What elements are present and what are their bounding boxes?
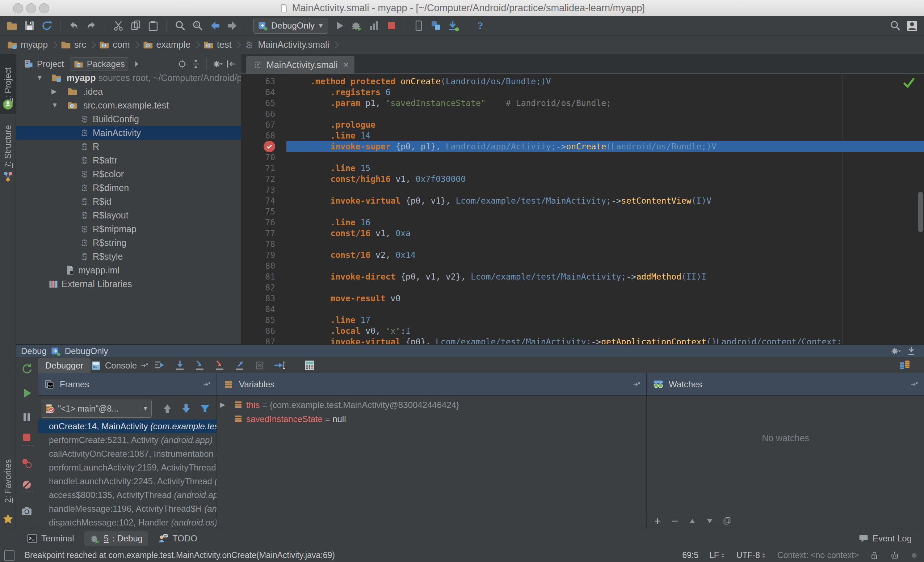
pause-icon[interactable] xyxy=(21,411,33,423)
android-green-icon[interactable] xyxy=(2,99,14,111)
run-configuration-select[interactable]: DebugOnly▼ xyxy=(254,18,328,34)
breadcrumb-item-src[interactable]: src xyxy=(60,39,86,50)
tree-item-r[interactable]: SR xyxy=(16,140,241,153)
close-icon[interactable]: × xyxy=(344,60,349,70)
breadcrumb-item-test[interactable]: test xyxy=(203,39,231,50)
step-out-icon[interactable] xyxy=(234,359,246,371)
code-line-74[interactable]: invoke-virtual {p0, v1}, Lcom/example/te… xyxy=(286,195,924,206)
tree-item-r-layout[interactable]: SR$layout xyxy=(16,208,241,222)
breadcrumb-item-example[interactable]: example xyxy=(142,39,191,50)
frame-row[interactable]: handleMessage:1196, ActivityThread$H (an… xyxy=(38,502,216,516)
code-line-80[interactable] xyxy=(286,260,924,271)
mute-breakpoints-icon[interactable] xyxy=(21,478,33,491)
tree-item-r-attr[interactable]: SR$attr xyxy=(16,153,241,167)
frame-row[interactable]: handleLaunchActivity:2245, ActivityThrea… xyxy=(38,474,216,488)
code-line-78[interactable] xyxy=(286,239,924,250)
code-line-68[interactable]: .line 14 xyxy=(286,130,924,141)
force-step-into-icon[interactable] xyxy=(214,359,226,371)
gutter-line-number[interactable]: 66 xyxy=(241,109,275,120)
code-line-67[interactable]: .prologue xyxy=(286,120,924,130)
editor-content[interactable]: 6364656667686970717273747576777879808182… xyxy=(241,74,924,344)
gutter-line-number[interactable]: 72 xyxy=(241,173,275,184)
stop-icon[interactable] xyxy=(21,431,33,443)
open-folder-icon[interactable] xyxy=(6,19,18,32)
copy-icon[interactable] xyxy=(130,19,142,32)
gutter-line-number[interactable]: 74 xyxy=(241,195,275,206)
expander-icon[interactable]: ▶ xyxy=(51,85,57,99)
run-to-cursor-icon[interactable] xyxy=(273,359,286,371)
line-separator-selector[interactable]: LF xyxy=(709,550,726,560)
code-line-82[interactable] xyxy=(286,282,924,293)
stripe-button-favorites[interactable]: 2: Favorites xyxy=(0,452,16,510)
code-line-70[interactable] xyxy=(286,152,924,163)
code-line-84[interactable] xyxy=(286,304,924,315)
frame-row[interactable]: onCreate:14, MainActivity (com.example.t… xyxy=(38,420,216,433)
gutter-line-number[interactable]: 85 xyxy=(241,315,275,326)
threads-view-icon[interactable] xyxy=(898,359,911,371)
help-icon[interactable]: ? xyxy=(474,19,487,32)
window-zoom-button[interactable] xyxy=(39,3,49,13)
frame-row[interactable]: access$800:135, ActivityThread (android.… xyxy=(38,488,216,502)
gutter-line-number[interactable]: 76 xyxy=(241,217,275,228)
gutter-line-number[interactable]: 63 xyxy=(241,76,275,87)
find-icon[interactable] xyxy=(174,19,186,32)
breadcrumb-item-myapp[interactable]: myapp xyxy=(6,39,48,50)
device-icon[interactable] xyxy=(412,19,425,32)
user-icon[interactable] xyxy=(906,19,918,32)
step-into-icon[interactable] xyxy=(194,359,206,371)
breakpoint-icon[interactable] xyxy=(264,140,275,152)
event-log-button[interactable]: Event Log xyxy=(853,531,917,546)
frame-row[interactable]: performCreate:5231, Activity (android.ap… xyxy=(38,433,216,447)
code-line-66[interactable] xyxy=(286,109,924,120)
gutter-line-number[interactable]: 71 xyxy=(241,163,275,173)
copy-icon[interactable] xyxy=(722,516,732,526)
gutter-line-number[interactable]: 86 xyxy=(241,326,275,336)
frame-down-icon[interactable] xyxy=(180,402,192,415)
caret-position[interactable]: 69:5 xyxy=(682,550,698,560)
android-download-icon[interactable] xyxy=(447,19,459,32)
paste-icon[interactable] xyxy=(147,19,159,32)
code-line-79[interactable]: const/16 v2, 0x14 xyxy=(286,250,924,260)
code-line-72[interactable]: const/high16 v1, 0x7f030000 xyxy=(286,173,924,184)
hide-left-icon[interactable] xyxy=(226,58,236,69)
lock-icon[interactable] xyxy=(870,551,879,560)
gutter-line-number[interactable]: 67 xyxy=(241,120,275,130)
sync-icon[interactable] xyxy=(40,19,53,32)
profile-icon[interactable] xyxy=(368,19,380,32)
collapse-all-icon[interactable] xyxy=(190,58,201,69)
pin-icon[interactable] xyxy=(910,380,918,389)
code-line-81[interactable]: invoke-direct {p0, v1, v2}, Lcom/example… xyxy=(286,271,924,282)
tree-item-r-color[interactable]: SR$color xyxy=(16,167,241,181)
tree-item-r-mipmap[interactable]: SR$mipmap xyxy=(16,222,241,236)
gear-dd-icon[interactable] xyxy=(890,346,901,357)
frame-row[interactable]: performLaunchActivity:2159, ActivityThre… xyxy=(38,461,216,474)
gutter-line-number[interactable]: 73 xyxy=(241,184,275,195)
expander-icon[interactable]: ▶ xyxy=(220,398,225,412)
hector-inspector-icon[interactable] xyxy=(890,551,899,560)
code-area[interactable]: .method protected onCreate(Landroid/os/B… xyxy=(286,74,924,344)
replace-icon[interactable]: A xyxy=(192,19,204,32)
code-line-76[interactable]: .line 16 xyxy=(286,217,924,228)
code-line-85[interactable]: .line 17 xyxy=(286,315,924,326)
breadcrumb-item-com[interactable]: com xyxy=(99,39,130,50)
view-breakpoints-icon[interactable] xyxy=(21,457,33,469)
step-over-icon[interactable] xyxy=(174,359,186,371)
hide-frames-filter-icon[interactable] xyxy=(199,402,211,415)
code-line-77[interactable]: const/16 v1, 0xa xyxy=(286,228,924,239)
locate-icon[interactable] xyxy=(177,58,188,69)
minus-icon[interactable] xyxy=(670,516,680,526)
project-view-tab-packages[interactable]: Packages xyxy=(70,57,128,71)
tree-item-myapp-iml[interactable]: myapp.iml xyxy=(16,263,241,277)
editor-scrollbar[interactable] xyxy=(918,192,923,232)
add-watch-icon[interactable] xyxy=(653,516,662,526)
tri-up-icon[interactable] xyxy=(688,516,697,526)
gutter-line-number[interactable]: 64 xyxy=(241,87,275,98)
tree-item-r-dimen[interactable]: SR$dimen xyxy=(16,181,241,194)
expander-icon[interactable]: ▼ xyxy=(51,99,58,112)
tri-down-icon[interactable] xyxy=(705,516,714,526)
tree-item-r-string[interactable]: SR$string xyxy=(16,236,241,250)
breadcrumb-item-mainactivity-smali[interactable]: SMainActivity.smali xyxy=(244,39,329,50)
resume-icon[interactable] xyxy=(21,387,33,399)
hide-down-icon[interactable] xyxy=(906,346,917,357)
stop-icon[interactable] xyxy=(385,19,398,32)
